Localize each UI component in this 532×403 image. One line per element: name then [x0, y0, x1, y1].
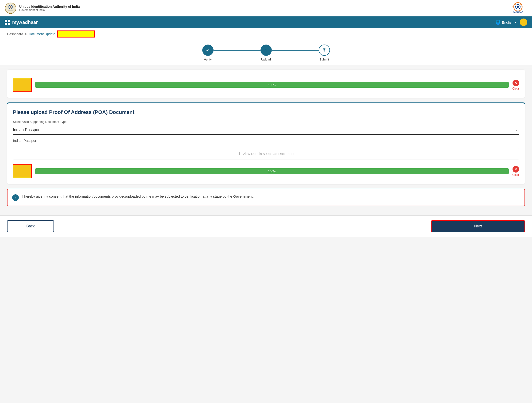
poa-upload-row: 100% ✕ Clear [13, 164, 519, 178]
doc-select-row[interactable]: Indian Passport ⌄ [13, 125, 519, 135]
grid-icon [5, 20, 10, 25]
step-submit-label: Submit [319, 58, 329, 61]
org-sub: Government of India [19, 8, 80, 12]
poa-clear-label: Clear [512, 173, 519, 177]
next-button[interactable]: Next [431, 220, 525, 232]
org-name: Unique Identification Authority of India [19, 5, 80, 8]
poa-progress-container: 100% [35, 168, 509, 174]
footer: Back Next [0, 216, 532, 237]
step-upload: ↑ Upload [260, 44, 272, 61]
poa-clear-icon: ✕ [513, 166, 519, 173]
step-submit-circle: ₹ [319, 44, 330, 56]
breadcrumb: Dashboard > Document Update [0, 28, 532, 40]
upload-btn-label: View Details & Upload Document [243, 152, 295, 156]
brand-name: myAadhaar [12, 20, 38, 25]
upload-arrow-icon: ⬆ [238, 151, 241, 156]
divider-steps [0, 67, 532, 67]
steps-container: ✓ Verify ↑ Upload ₹ Submit [0, 40, 532, 65]
step-submit: ₹ Submit [319, 44, 330, 61]
selected-doc-value: Indian Passport [13, 128, 41, 132]
breadcrumb-separator: > [25, 32, 27, 36]
first-upload-card: 100% ✕ Clear [7, 70, 525, 98]
view-upload-button[interactable]: ⬆ View Details & Upload Document [13, 148, 519, 159]
svg-text:सत्यमेव जयते: सत्यमेव जयते [7, 10, 13, 12]
highlight-box-top [57, 31, 95, 37]
consent-check-icon: ✓ [12, 194, 19, 201]
poa-progress-text: 100% [35, 169, 509, 173]
svg-point-6 [517, 6, 519, 8]
poa-clear-button[interactable]: ✕ Clear [512, 166, 519, 177]
step-verify-circle: ✓ [202, 44, 214, 56]
first-upload-row: 100% ✕ Clear [13, 78, 519, 92]
lang-icon: 🌐 [495, 20, 500, 25]
step-upload-label: Upload [261, 58, 271, 61]
poa-title: Please upload Proof Of Address (POA) Doc… [13, 109, 519, 115]
step-line-1 [214, 50, 260, 51]
chevron-down-icon: ⌄ [516, 127, 519, 132]
step-verify-icon: ✓ [206, 47, 210, 53]
first-clear-button[interactable]: ✕ Clear [512, 80, 519, 90]
aadhaar-logo: AADHAAR [508, 2, 527, 14]
breadcrumb-current: Document Update [29, 32, 55, 36]
language-selector[interactable]: 🌐 English ▾ [495, 20, 516, 25]
top-header: 🦁 सत्यमेव जयते Unique Identification Aut… [0, 0, 532, 16]
poa-card: Please upload Proof Of Address (POA) Doc… [7, 102, 525, 184]
nav-right: 🌐 English ▾ [495, 19, 527, 26]
step-upload-circle: ↑ [260, 44, 272, 56]
first-progress-text: 100% [35, 83, 509, 87]
svg-text:AADHAAR: AADHAAR [513, 11, 523, 13]
step-submit-icon: ₹ [323, 47, 326, 53]
step-line-2 [272, 50, 319, 51]
nav-bar: myAadhaar 🌐 English ▾ [0, 16, 532, 28]
svg-text:🦁: 🦁 [9, 6, 12, 8]
step-verify-label: Verify [204, 58, 212, 61]
org-info-left: 🦁 सत्यमेव जयते Unique Identification Aut… [5, 2, 80, 14]
selected-doc-sub: Indian Passport [13, 137, 519, 144]
poa-thumbnail [13, 164, 32, 178]
user-avatar[interactable] [520, 19, 527, 26]
lang-chevron: ▾ [515, 21, 516, 24]
india-emblem: 🦁 सत्यमेव जयते [5, 2, 16, 14]
org-info: Unique Identification Authority of India… [19, 5, 80, 12]
first-clear-icon: ✕ [513, 80, 519, 86]
first-clear-label: Clear [512, 87, 519, 90]
back-button[interactable]: Back [7, 220, 54, 232]
breadcrumb-home[interactable]: Dashboard [7, 32, 23, 36]
first-thumbnail [13, 78, 32, 92]
step-upload-icon: ↑ [265, 48, 267, 53]
consent-box[interactable]: ✓ I hereby give my consent that the info… [7, 189, 525, 206]
select-label: Select Valid Supporting Document Type [13, 120, 519, 124]
lang-label: English [502, 20, 513, 24]
main-content: 100% ✕ Clear Please upload Proof Of Addr… [0, 70, 532, 216]
step-verify: ✓ Verify [202, 44, 214, 61]
consent-text: I hereby give my consent that the inform… [22, 194, 254, 199]
first-progress-container: 100% [35, 82, 509, 88]
nav-brand: myAadhaar [5, 20, 38, 25]
